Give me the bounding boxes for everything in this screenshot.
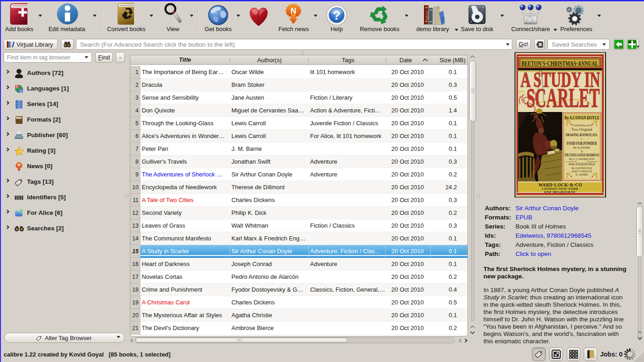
svg-text:FOOD FOR POWDER: FOOD FOR POWDER	[567, 141, 597, 146]
svg-text:N: N	[290, 6, 296, 16]
svg-text:文: 文	[16, 85, 19, 88]
svg-text:By R.ANDRE: By R.ANDRE	[573, 146, 590, 149]
svg-text:?: ?	[333, 9, 341, 22]
svg-text:BEETON'S·CHRISTMAS·ANNUAL: BEETON'S·CHRISTMAS·ANNUAL	[521, 59, 598, 67]
svg-text:R. ANDRE: R. ANDRE	[575, 173, 588, 176]
svg-text:Containing also: Containing also	[572, 123, 592, 127]
svg-text:CALIBRE: CALIBRE	[426, 11, 429, 21]
svg-text:With ENGRAVINGS: With ENGRAVINGS	[569, 162, 595, 166]
svg-text:MATT STRETCH: MATT STRETCH	[572, 170, 592, 173]
svg-text:THE FOUR LEAVED SHAMROCK: THE FOUR LEAVED SHAMROCK	[564, 153, 599, 157]
svg-text:1.: 1.	[581, 138, 583, 140]
svg-text:By D.H FRISTON: By D.H FRISTON	[571, 167, 592, 170]
svg-text:a: a	[20, 90, 22, 93]
svg-text:DRAWING ROOM PLAYS.: DRAWING ROOM PLAYS.	[566, 133, 598, 137]
svg-text:Two Original: Two Original	[571, 127, 592, 132]
svg-text:2: 2	[581, 149, 583, 153]
svg-text:By A.CONAN DOYLE: By A.CONAN DOYLE	[565, 116, 600, 120]
svg-text:By C.J. HAMILTON: By C.J. HAMILTON	[569, 157, 595, 160]
svg-text:N: N	[17, 163, 20, 167]
svg-text:SCARLET: SCARLET	[526, 82, 600, 113]
